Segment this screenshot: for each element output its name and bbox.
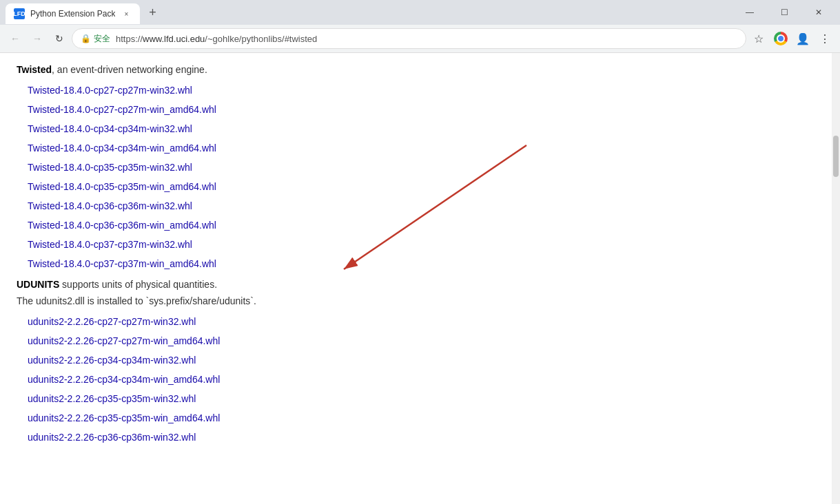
twisted-link-9[interactable]: Twisted-18.4.0-cp37-cp37m-win_amd64.whl bbox=[17, 254, 815, 273]
tab-close-button[interactable]: × bbox=[121, 8, 132, 19]
twisted-link-6[interactable]: Twisted-18.4.0-cp36-cp36m-win32.whl bbox=[17, 196, 815, 216]
udunits-section-header: UDUNITS supports units of physical quant… bbox=[17, 279, 815, 290]
back-button[interactable]: ← bbox=[6, 29, 25, 48]
twisted-link-2[interactable]: Twisted-18.4.0-cp34-cp34m-win32.whl bbox=[17, 119, 815, 138]
window-controls: — ☐ ✕ bbox=[734, 1, 834, 23]
scrollbar-thumb[interactable] bbox=[833, 136, 839, 177]
twisted-section-header: Twisted, an event-driven networking engi… bbox=[17, 64, 815, 75]
twisted-link-1[interactable]: Twisted-18.4.0-cp27-cp27m-win_amd64.whl bbox=[17, 100, 815, 119]
lock-icon: 🔒 bbox=[81, 34, 91, 43]
tab-favicon: LFD bbox=[14, 8, 25, 19]
twisted-link-0[interactable]: Twisted-18.4.0-cp27-cp27m-win32.whl bbox=[17, 81, 815, 100]
udunits-link-1[interactable]: udunits2-2.2.26-cp27-cp27m-win_amd64.whl bbox=[17, 331, 815, 350]
profile-button[interactable]: 👤 bbox=[793, 29, 812, 48]
udunits-section: UDUNITS supports units of physical quant… bbox=[17, 279, 815, 447]
active-tab[interactable]: LFD Python Extension Pack × bbox=[6, 3, 140, 24]
new-tab-button[interactable]: + bbox=[143, 3, 162, 22]
scrollbar-track bbox=[832, 53, 840, 504]
udunits-link-3[interactable]: udunits2-2.2.26-cp34-cp34m-win_amd64.whl bbox=[17, 370, 815, 389]
browser-chrome: LFD Python Extension Pack × + — ☐ ✕ ← → … bbox=[0, 0, 840, 53]
reload-button[interactable]: ↻ bbox=[50, 29, 69, 48]
minimize-button[interactable]: — bbox=[734, 1, 766, 23]
udunits-title-bold: UDUNITS bbox=[17, 279, 59, 290]
close-button[interactable]: ✕ bbox=[803, 1, 834, 23]
twisted-title-bold: Twisted bbox=[17, 64, 52, 75]
twisted-link-list: Twisted-18.4.0-cp27-cp27m-win32.whlTwist… bbox=[17, 81, 815, 273]
chrome-menu-icon bbox=[771, 29, 790, 48]
udunits-link-list: udunits2-2.2.26-cp27-cp27m-win32.whludun… bbox=[17, 312, 815, 447]
twisted-link-5[interactable]: Twisted-18.4.0-cp35-cp35m-win_amd64.whl bbox=[17, 177, 815, 196]
main-content: Twisted, an event-driven networking engi… bbox=[0, 53, 832, 504]
maximize-button[interactable]: ☐ bbox=[768, 1, 800, 23]
tab-title: Python Extension Pack bbox=[30, 9, 115, 19]
bookmark-button[interactable]: ☆ bbox=[749, 29, 768, 48]
udunits-link-0[interactable]: udunits2-2.2.26-cp27-cp27m-win32.whl bbox=[17, 312, 815, 331]
url-display: https://www.lfd.uci.edu/~gohlke/pythonli… bbox=[116, 34, 317, 44]
udunits-link-5[interactable]: udunits2-2.2.26-cp35-cp35m-win_amd64.whl bbox=[17, 408, 815, 428]
twisted-link-4[interactable]: Twisted-18.4.0-cp35-cp35m-win32.whl bbox=[17, 158, 815, 177]
forward-button[interactable]: → bbox=[28, 29, 47, 48]
udunits-link-2[interactable]: udunits2-2.2.26-cp34-cp34m-win32.whl bbox=[17, 350, 815, 370]
menu-button[interactable]: ⋮ bbox=[815, 29, 834, 48]
twisted-title-rest: , an event-driven networking engine. bbox=[52, 64, 207, 75]
udunits-link-6[interactable]: udunits2-2.2.26-cp36-cp36m-win32.whl bbox=[17, 428, 815, 447]
security-badge[interactable]: 🔒 安全 bbox=[81, 33, 110, 45]
twisted-link-8[interactable]: Twisted-18.4.0-cp37-cp37m-win32.whl bbox=[17, 235, 815, 254]
page-content: Twisted, an event-driven networking engi… bbox=[0, 53, 840, 504]
twisted-link-3[interactable]: Twisted-18.4.0-cp34-cp34m-win_amd64.whl bbox=[17, 138, 815, 158]
title-bar: LFD Python Extension Pack × + — ☐ ✕ bbox=[0, 0, 840, 25]
security-label: 安全 bbox=[94, 33, 110, 45]
udunits-desc: The udunits2.dll is installed to `sys.pr… bbox=[17, 295, 815, 306]
address-bar: ← → ↻ 🔒 安全 https://www.lfd.uci.edu/~gohl… bbox=[0, 25, 840, 52]
url-bar[interactable]: 🔒 安全 https://www.lfd.uci.edu/~gohlke/pyt… bbox=[72, 28, 746, 49]
udunits-title-rest: supports units of physical quantities. bbox=[59, 279, 217, 290]
udunits-link-4[interactable]: udunits2-2.2.26-cp35-cp35m-win32.whl bbox=[17, 389, 815, 408]
twisted-link-7[interactable]: Twisted-18.4.0-cp36-cp36m-win_amd64.whl bbox=[17, 216, 815, 235]
